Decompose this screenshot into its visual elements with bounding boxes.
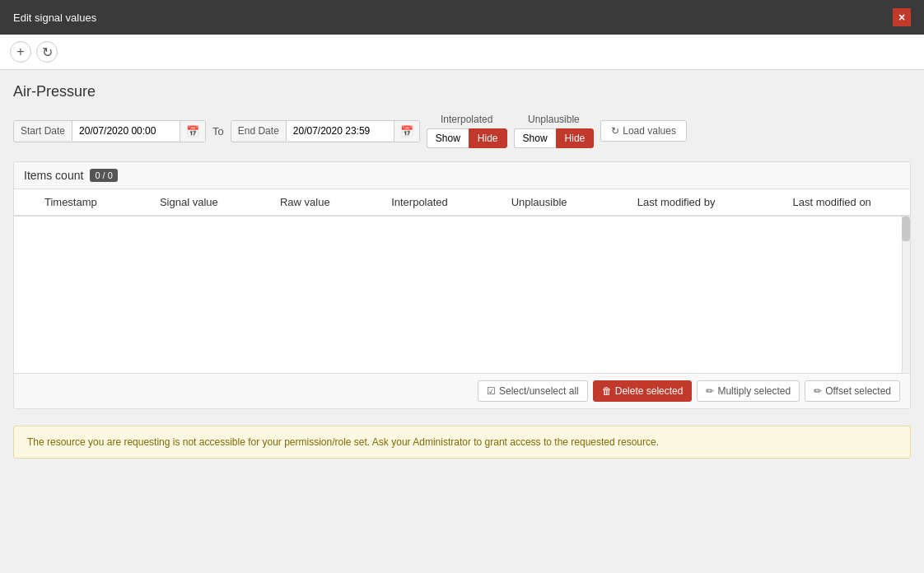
refresh-icon: ↻ [42, 44, 53, 60]
table-actions: ☑ Select/unselect all 🗑 Delete selected … [14, 373, 910, 408]
toolbar: + ↻ [0, 35, 924, 70]
unplausible-buttons: Show Hide [514, 128, 595, 148]
select-unselect-all-button[interactable]: ☑ Select/unselect all [478, 380, 588, 402]
signal-name: Air-Pressure [13, 83, 911, 100]
end-date-label: End Date [231, 121, 287, 141]
main-content: Air-Pressure Start Date 📅 To End Date 📅 … [0, 70, 924, 488]
add-button[interactable]: + [10, 41, 31, 63]
calendar-icon: 📅 [186, 125, 199, 137]
interpolated-buttons: Show Hide [427, 128, 507, 148]
filter-row: Start Date 📅 To End Date 📅 Interpolated … [13, 114, 911, 148]
col-header-last-modified-by: Last modified by [599, 189, 754, 216]
items-count-label: Items count [24, 169, 83, 182]
interpolated-show-button[interactable]: Show [427, 128, 469, 148]
trash-icon: 🗑 [602, 385, 612, 397]
offset-selected-button[interactable]: ✏ Offset selected [805, 380, 900, 402]
dialog-title: Edit signal values [13, 12, 96, 24]
col-header-raw-value: Raw value [250, 189, 360, 216]
end-date-input[interactable] [287, 121, 394, 141]
multiply-selected-label: Multiply selected [717, 385, 791, 397]
delete-selected-button[interactable]: 🗑 Delete selected [593, 380, 693, 402]
interpolated-hide-button[interactable]: Hide [469, 128, 507, 148]
col-header-timestamp: Timestamp [14, 189, 128, 216]
warning-message: The resource you are requesting is not a… [27, 436, 659, 448]
interpolated-toggle-group: Interpolated Show Hide [427, 114, 507, 148]
unplausible-hide-button[interactable]: Hide [556, 128, 595, 148]
table-header-row: Timestamp Signal value Raw value Interpo… [14, 189, 910, 216]
data-table: Timestamp Signal value Raw value Interpo… [14, 189, 910, 217]
offset-selected-label: Offset selected [825, 385, 891, 397]
col-header-unplausible: Unplausible [479, 189, 599, 216]
calendar-icon-end: 📅 [400, 125, 413, 137]
delete-selected-label: Delete selected [615, 385, 684, 397]
scrollbar-thumb[interactable] [902, 217, 910, 241]
unplausible-show-button[interactable]: Show [514, 128, 556, 148]
warning-box: The resource you are requesting is not a… [13, 426, 911, 459]
close-button[interactable]: × [893, 8, 911, 26]
reload-icon: ↻ [611, 125, 619, 137]
items-header: Items count 0 / 0 [14, 162, 910, 189]
col-header-interpolated: Interpolated [360, 189, 480, 216]
multiply-icon: ✏ [706, 385, 714, 397]
start-date-group: Start Date 📅 [13, 120, 206, 142]
offset-icon: ✏ [814, 385, 822, 397]
table-container: Items count 0 / 0 Timestamp Signal value… [13, 161, 911, 409]
select-all-label: Select/unselect all [499, 385, 579, 397]
col-header-signal-value: Signal value [128, 189, 250, 216]
to-separator: To [212, 125, 224, 137]
load-values-button[interactable]: ↻ Load values [600, 120, 687, 142]
unplausible-toggle-group: Unplausible Show Hide [514, 114, 595, 148]
refresh-button[interactable]: ↻ [36, 41, 58, 63]
start-date-input[interactable] [72, 121, 180, 141]
title-bar: Edit signal values × [0, 0, 924, 35]
table-scroll-area[interactable] [14, 217, 910, 373]
unplausible-label: Unplausible [528, 114, 580, 125]
interpolated-label: Interpolated [441, 114, 492, 125]
multiply-selected-button[interactable]: ✏ Multiply selected [697, 380, 800, 402]
end-date-calendar-button[interactable]: 📅 [394, 121, 419, 142]
load-values-label: Load values [623, 125, 676, 137]
end-date-group: End Date 📅 [231, 120, 420, 142]
start-date-calendar-button[interactable]: 📅 [180, 121, 205, 142]
items-count-badge: 0 / 0 [90, 169, 117, 182]
start-date-label: Start Date [14, 121, 72, 141]
select-icon: ☑ [487, 385, 496, 397]
col-header-last-modified-on: Last modified on [754, 189, 910, 216]
scrollbar-track[interactable] [902, 217, 910, 373]
plus-icon: + [16, 44, 24, 59]
